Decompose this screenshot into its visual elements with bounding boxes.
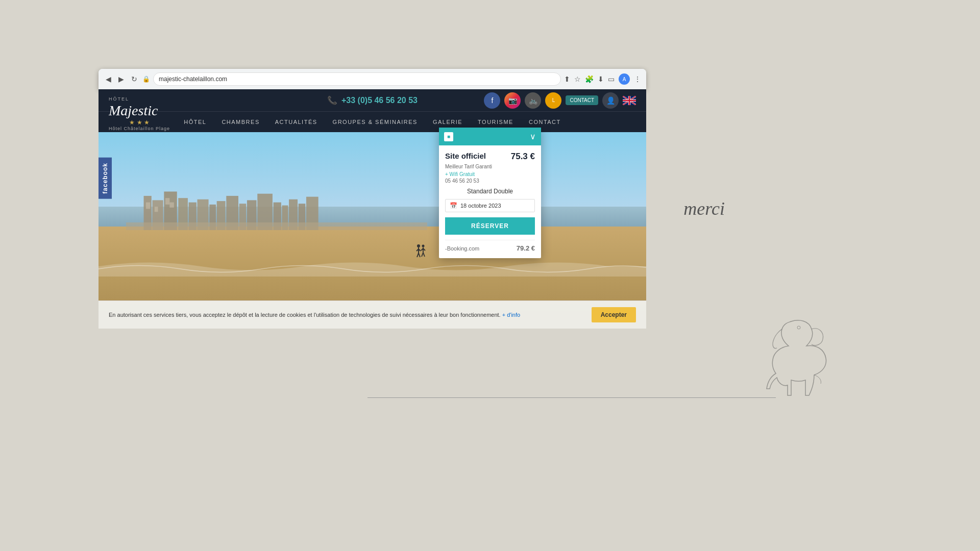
booking-phone-number: 05 46 56 20 53 [445, 178, 535, 184]
svg-rect-4 [155, 207, 158, 212]
logo-subtitle: Hôtel Châtelaillon Plage [109, 126, 170, 131]
svg-rect-7 [170, 202, 174, 207]
browser-window: ◀ ▶ ↻ 🔒 majestic-chatelaillon.com ⬆ ☆ 🧩 … [99, 69, 646, 89]
booking-widget-body: Site officiel 75.3 € Meilleur Tarif Gara… [439, 145, 541, 258]
language-flag-icon[interactable] [623, 96, 636, 105]
svg-point-28 [422, 245, 425, 247]
bike-icon[interactable]: 🚲 [525, 92, 541, 109]
svg-point-22 [417, 244, 420, 247]
site-logo[interactable]: HÔTEL Majestic ★ ★ ★ Hôtel Châtelaillon … [109, 93, 170, 131]
logis-icon[interactable]: L [545, 92, 561, 109]
header-top-bar: HÔTEL Majestic ★ ★ ★ Hôtel Châtelaillon … [99, 89, 646, 111]
booking-date: 18 octobre 2023 [460, 203, 501, 209]
logo-stars: ★ ★ ★ [109, 119, 170, 126]
nav-galerie[interactable]: GALERIE [433, 119, 462, 125]
url-text: majestic-chatelaillon.com [159, 76, 227, 83]
svg-line-31 [423, 253, 425, 257]
booking-calendar-icon: 📅 [450, 202, 457, 209]
user-icon[interactable]: 👤 [602, 92, 619, 109]
website-container: HÔTEL Majestic ★ ★ ★ Hôtel Châtelaillon … [99, 89, 646, 349]
share-icon[interactable]: ⬆ [564, 75, 570, 83]
site-header: HÔTEL Majestic ★ ★ ★ Hôtel Châtelaillon … [99, 89, 646, 132]
bookmark-icon[interactable]: ☆ [574, 75, 581, 83]
nav-tourisme[interactable]: TOURISME [478, 119, 513, 125]
booking-competitor-price: 79.2 € [517, 244, 535, 252]
contact-header-icon[interactable]: CONTACT [566, 95, 598, 105]
booking-expand-icon[interactable]: ■ [444, 132, 453, 141]
booking-collapse-icon[interactable]: ∨ [530, 132, 536, 141]
road-element [126, 222, 427, 230]
header-phone[interactable]: 📞 +33 (0)5 46 56 20 53 [327, 95, 418, 105]
booking-site-row: Site officiel 75.3 € [445, 152, 535, 162]
hero-image: facebook En autorisant ces services tier… [99, 132, 646, 329]
facebook-sidebar[interactable]: facebook [99, 158, 112, 199]
browser-forward-button[interactable]: ▶ [116, 73, 126, 85]
nav-hotel[interactable]: HÔTEL [184, 119, 206, 125]
browser-action-icons: ⬆ ☆ 🧩 ⬇ ▭ A ⋮ [564, 73, 641, 85]
cookie-text: En autorisant ces services tiers, vous a… [109, 312, 520, 318]
cast-icon[interactable]: ▭ [608, 75, 615, 83]
booking-widget: ■ ∨ Site officiel 75.3 € Meilleur Tarif … [439, 128, 541, 258]
svg-point-34 [797, 326, 800, 329]
phone-icon: 📞 [327, 95, 337, 105]
cookie-accept-button[interactable]: Accepter [592, 307, 636, 322]
logo-name: Majestic [109, 103, 170, 119]
browser-url-bar[interactable]: majestic-chatelaillon.com [153, 72, 561, 86]
elephant-sketch [750, 301, 832, 403]
svg-line-25 [419, 253, 420, 257]
browser-back-button[interactable]: ◀ [104, 73, 113, 85]
booking-competitor-name: -Booking.com [445, 245, 479, 252]
browser-profile-avatar[interactable]: A [619, 73, 630, 85]
people-silhouette [416, 244, 426, 261]
cookie-consent-bar: En autorisant ces services tiers, vous a… [99, 300, 646, 329]
nav-actualites[interactable]: ACTUALITÉS [275, 119, 317, 125]
svg-rect-6 [165, 198, 169, 205]
booking-widget-header: ■ ∨ [439, 128, 541, 145]
phone-number: +33 (0)5 46 56 20 53 [341, 96, 418, 105]
wave-element [99, 256, 646, 279]
booking-site-name: Site officiel [445, 152, 486, 160]
cookie-message: En autorisant ces services tiers, vous a… [109, 312, 501, 318]
svg-rect-2 [146, 202, 150, 209]
booking-wifi-label: + Wifi Gratuit [445, 171, 535, 177]
download-icon[interactable]: ⬇ [598, 75, 604, 83]
nav-contact[interactable]: CONTACT [529, 119, 561, 125]
booking-room-type: Standard Double [445, 188, 535, 195]
booking-guaranteed-label: Meilleur Tarif Garanti [445, 164, 535, 169]
booking-reserver-button[interactable]: RÉSERVER [445, 217, 535, 235]
site-navigation: HÔTEL CHAMBRES ACTUALITÉS GROUPES & SÉMI… [99, 111, 646, 132]
facebook-header-icon[interactable]: f [484, 92, 500, 109]
browser-menu-icon[interactable]: ⋮ [634, 75, 641, 83]
browser-lock-icon: 🔒 [142, 76, 150, 83]
browser-refresh-button[interactable]: ↻ [129, 73, 139, 85]
merci-decorative-text: merci [683, 198, 725, 219]
instagram-header-icon[interactable]: 📷 [504, 92, 521, 109]
logo-hotel-label: HÔTEL [109, 96, 129, 102]
nav-groupes[interactable]: GROUPES & SÉMINAIRES [333, 119, 418, 125]
nav-chambres[interactable]: CHAMBRES [222, 119, 259, 125]
extension-icon[interactable]: 🧩 [585, 75, 594, 83]
bottom-decorative-line [368, 397, 776, 398]
cookie-more-info-link[interactable]: + d'info [502, 312, 520, 318]
browser-toolbar: ◀ ▶ ↻ 🔒 majestic-chatelaillon.com ⬆ ☆ 🧩 … [99, 69, 646, 89]
header-right-icons: f 📷 🚲 L CONTACT 👤 [484, 92, 636, 109]
booking-competitor-row: -Booking.com 79.2 € [445, 240, 535, 252]
booking-price: 75.3 € [511, 152, 535, 162]
booking-date-row: 📅 18 octobre 2023 [445, 199, 535, 212]
